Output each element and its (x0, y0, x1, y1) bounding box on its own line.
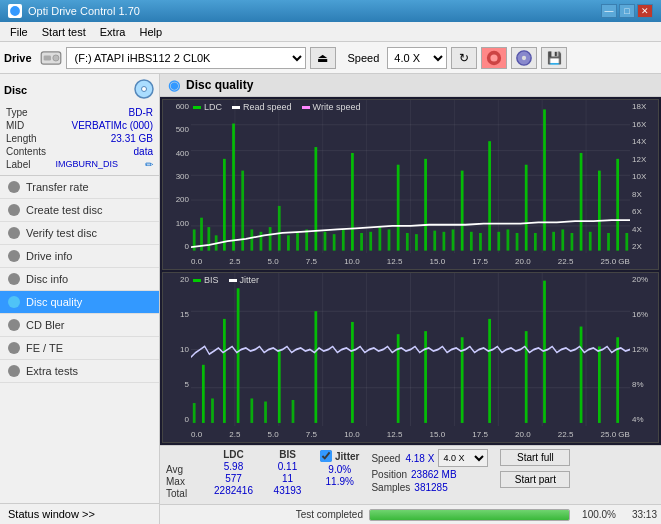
svg-rect-68 (589, 232, 592, 251)
burn-button[interactable] (481, 47, 507, 69)
eject-button[interactable]: ⏏ (310, 47, 336, 69)
status-window-button[interactable]: Status window >> (0, 503, 159, 524)
svg-rect-87 (211, 398, 214, 422)
speed-select[interactable]: 4.0 X 1.0 X 2.0 X 8.0 X (387, 47, 447, 69)
chart2-y-left: 20 15 10 5 0 (163, 273, 191, 426)
start-part-button[interactable]: Start part (500, 471, 570, 488)
nav-label-verify-test-disc: Verify test disc (26, 227, 97, 239)
refresh-button[interactable]: ↻ (451, 47, 477, 69)
stats-ldc-header: LDC (206, 449, 261, 460)
stats-bis-col: BIS 0.11 11 43193 (265, 449, 310, 496)
svg-rect-67 (580, 153, 583, 251)
jitter-header: Jitter (335, 451, 359, 462)
window-title: Opti Drive Control 1.70 (28, 5, 140, 17)
disc-label-row: Label IMGBURN_DIS ✏ (4, 158, 155, 171)
nav-dot (8, 273, 20, 285)
legend-bis: BIS (193, 275, 219, 285)
svg-rect-72 (625, 233, 628, 251)
nav-dot (8, 365, 20, 377)
svg-rect-43 (360, 233, 363, 251)
disc-button[interactable] (511, 47, 537, 69)
svg-rect-63 (543, 109, 546, 250)
svg-rect-59 (507, 229, 510, 250)
nav-dot (8, 227, 20, 239)
svg-rect-45 (378, 227, 381, 251)
speed-dropdown[interactable]: 4.0 X 1.0 X 2.0 X (438, 449, 488, 467)
stat-ldc-total: 2282416 (206, 485, 261, 496)
sidebar-item-extra-tests[interactable]: Extra tests (0, 360, 159, 383)
chart2-x-axis: 0.0 2.5 5.0 7.5 10.0 12.5 15.0 17.5 20.0… (191, 426, 630, 442)
svg-rect-47 (397, 165, 400, 251)
svg-rect-26 (207, 227, 210, 251)
minimize-button[interactable]: — (601, 4, 617, 18)
svg-point-0 (9, 5, 20, 16)
svg-rect-44 (369, 232, 372, 251)
sidebar-item-transfer-rate[interactable]: Transfer rate (0, 176, 159, 199)
svg-rect-61 (525, 165, 528, 251)
maximize-button[interactable]: □ (619, 4, 635, 18)
svg-rect-99 (488, 319, 491, 423)
main-content: Disc Type BD-R MID VERBATIMc (000) Lengt… (0, 74, 661, 524)
svg-rect-55 (470, 232, 473, 251)
start-full-button[interactable]: Start full (500, 449, 570, 466)
nav-dot (8, 319, 20, 331)
svg-rect-65 (561, 229, 564, 250)
content-area: ◉ Disc quality LDC Read speed (160, 74, 661, 524)
stats-speed-col: Speed 4.18 X 4.0 X 1.0 X 2.0 X Position … (371, 449, 488, 493)
svg-rect-100 (525, 331, 528, 423)
samples-value: 381285 (414, 482, 447, 493)
stat-jitter-avg: 9.0% (320, 464, 359, 475)
stats-buttons-col: Start full Start part (500, 449, 570, 490)
svg-rect-28 (223, 159, 226, 251)
nav-label-disc-quality: Disc quality (26, 296, 82, 308)
menu-bar: File Start test Extra Help (0, 22, 661, 42)
drive-icon (40, 47, 62, 69)
sidebar-item-drive-info[interactable]: Drive info (0, 245, 159, 268)
svg-rect-53 (452, 229, 455, 250)
svg-rect-42 (351, 153, 354, 251)
svg-rect-50 (424, 159, 427, 251)
menu-file[interactable]: File (4, 24, 34, 40)
svg-rect-66 (571, 233, 574, 251)
stat-bis-total: 43193 (265, 485, 310, 496)
sidebar-item-cd-bler[interactable]: CD Bler (0, 314, 159, 337)
nav-dot (8, 181, 20, 193)
jitter-checkbox[interactable] (320, 450, 332, 462)
sidebar-item-verify-test-disc[interactable]: Verify test disc (0, 222, 159, 245)
menu-extra[interactable]: Extra (94, 24, 132, 40)
disc-edit-icon[interactable]: ✏ (145, 159, 153, 170)
close-button[interactable]: ✕ (637, 4, 653, 18)
status-window-label: Status window >> (8, 508, 95, 520)
stats-labels-col: Avg Max Total (166, 449, 196, 499)
svg-rect-49 (415, 234, 418, 250)
svg-rect-51 (433, 231, 436, 251)
svg-rect-37 (305, 229, 308, 250)
menu-help[interactable]: Help (133, 24, 168, 40)
save-button[interactable]: 💾 (541, 47, 567, 69)
chart2-y-right: 20% 16% 12% 8% 4% (630, 273, 658, 426)
svg-rect-88 (223, 319, 226, 423)
disc-quality-title: Disc quality (186, 78, 253, 92)
menu-start-test[interactable]: Start test (36, 24, 92, 40)
status-text: Test completed (164, 509, 363, 520)
svg-rect-36 (296, 233, 299, 251)
disc-mid-value: VERBATIMc (000) (72, 120, 154, 131)
stat-bis-max: 11 (265, 473, 310, 484)
sidebar-item-fe-te[interactable]: FE / TE (0, 337, 159, 360)
progress-bar (369, 509, 570, 521)
sidebar-item-create-test-disc[interactable]: Create test disc (0, 199, 159, 222)
nav-dot (8, 342, 20, 354)
sidebar-item-disc-quality[interactable]: Disc quality (0, 291, 159, 314)
chart-bis: BIS Jitter 20 15 10 5 0 20 (162, 272, 659, 443)
disc-contents-value: data (134, 146, 153, 157)
disc-type-label: Type (6, 107, 28, 118)
disc-length-row: Length 23.31 GB (4, 132, 155, 145)
charts-area: LDC Read speed Write speed 600 500 40 (160, 97, 661, 445)
samples-label: Samples (371, 482, 410, 493)
position-value: 23862 MB (411, 469, 457, 480)
nav-dot-active (8, 296, 20, 308)
sidebar-item-disc-info[interactable]: Disc info (0, 268, 159, 291)
chart1-y-right: 18X 16X 14X 12X 10X 8X 6X 4X 2X (630, 100, 658, 253)
stat-total-label: Total (166, 488, 196, 499)
drive-select[interactable]: (F:) ATAPI iHBS112 2 CL0K (66, 47, 306, 69)
